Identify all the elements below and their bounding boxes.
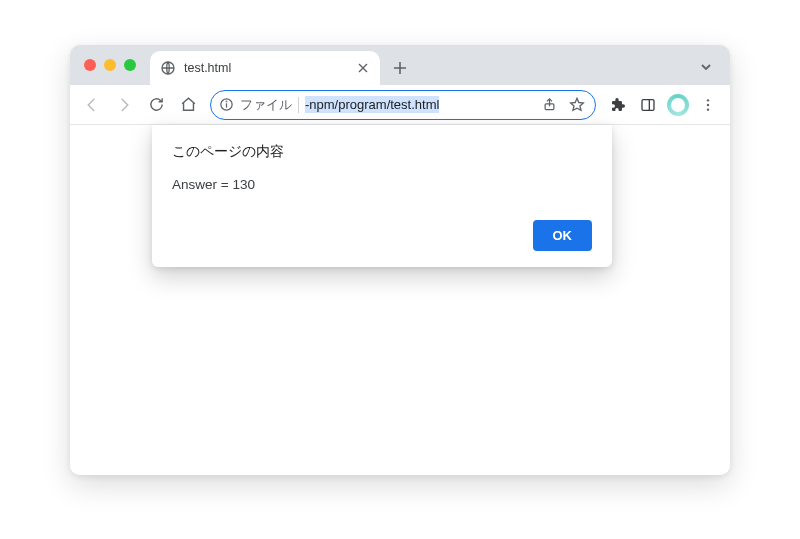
profile-button[interactable] <box>664 91 692 119</box>
site-info-section[interactable]: ファイル <box>219 96 299 114</box>
browser-toolbar: ファイル -npm/program/test.html <box>70 85 730 125</box>
svg-point-8 <box>707 103 709 105</box>
omnibox-divider <box>298 97 299 113</box>
side-panel-button[interactable] <box>634 91 662 119</box>
menu-button[interactable] <box>694 91 722 119</box>
svg-point-9 <box>707 108 709 110</box>
bookmark-button[interactable] <box>565 93 589 117</box>
tab-strip: test.html <box>70 45 730 85</box>
minimize-window-button[interactable] <box>104 59 116 71</box>
tab-overflow-button[interactable] <box>696 57 716 77</box>
alert-actions: OK <box>172 220 592 251</box>
url-text[interactable]: -npm/program/test.html <box>305 96 531 113</box>
address-bar[interactable]: ファイル -npm/program/test.html <box>210 90 596 120</box>
url-scheme-label: ファイル <box>240 96 292 114</box>
info-icon <box>219 97 234 112</box>
extensions-button[interactable] <box>604 91 632 119</box>
avatar-icon <box>667 94 689 116</box>
globe-icon <box>160 60 176 76</box>
svg-point-3 <box>226 101 227 102</box>
page-viewport: このページの内容 Answer = 130 OK <box>70 125 730 475</box>
window-controls <box>84 59 136 71</box>
alert-title: このページの内容 <box>172 143 592 161</box>
share-button[interactable] <box>537 93 561 117</box>
url-selected-text: -npm/program/test.html <box>305 96 439 113</box>
maximize-window-button[interactable] <box>124 59 136 71</box>
new-tab-button[interactable] <box>386 54 414 82</box>
tab-title: test.html <box>184 61 348 75</box>
close-window-button[interactable] <box>84 59 96 71</box>
forward-button[interactable] <box>110 91 138 119</box>
home-button[interactable] <box>174 91 202 119</box>
javascript-alert-dialog: このページの内容 Answer = 130 OK <box>152 125 612 267</box>
back-button[interactable] <box>78 91 106 119</box>
alert-message: Answer = 130 <box>172 177 592 192</box>
browser-tab[interactable]: test.html <box>150 51 380 85</box>
reload-button[interactable] <box>142 91 170 119</box>
svg-point-7 <box>707 99 709 101</box>
svg-rect-5 <box>642 99 654 110</box>
close-tab-button[interactable] <box>356 61 370 75</box>
browser-window: test.html <box>70 45 730 475</box>
alert-ok-button[interactable]: OK <box>533 220 593 251</box>
